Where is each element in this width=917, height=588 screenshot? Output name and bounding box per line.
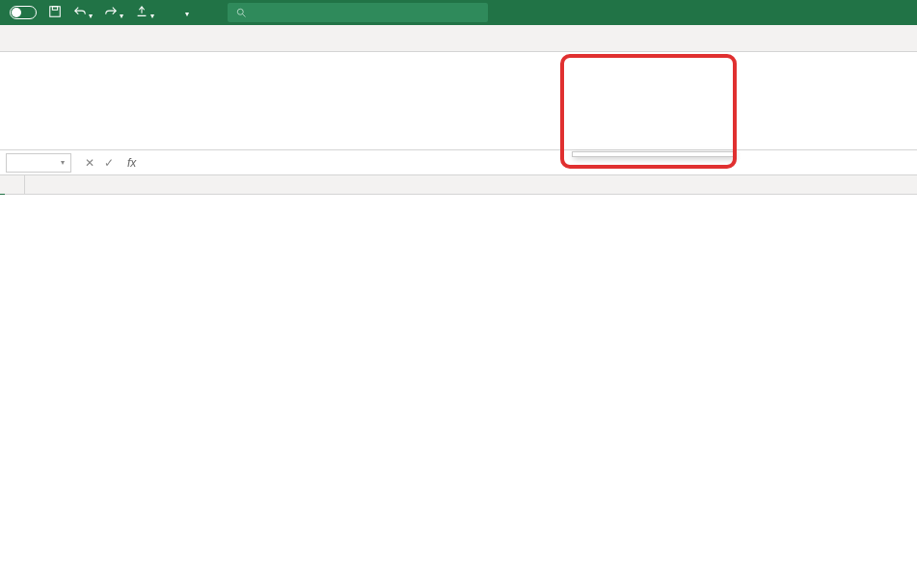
search-icon [235,7,247,18]
toggle-switch[interactable] [10,6,37,19]
fx-icon[interactable]: fx [127,156,136,170]
undo-icon[interactable]: ▾ [73,5,93,20]
ribbon-tabs [0,25,917,52]
column-headers [25,175,917,195]
save-icon[interactable] [48,5,62,20]
touch-mode-icon[interactable]: ▾ [135,5,154,20]
spreadsheet-grid[interactable] [0,175,917,195]
name-box[interactable]: ▾ [6,153,71,173]
memo-dropdown [572,151,734,157]
document-title: ▾ [183,7,189,18]
svg-point-2 [237,9,243,14]
svg-rect-0 [50,7,61,17]
formula-buttons: ✕ ✓ [85,156,114,170]
formula-bar: ▾ ✕ ✓ fx [0,150,917,175]
quick-access-toolbar: ▾ ▾ ▾ [48,5,154,20]
autosave-toggle[interactable] [6,6,37,19]
enter-icon[interactable]: ✓ [104,156,114,170]
svg-rect-1 [52,7,57,11]
redo-icon[interactable]: ▾ [104,5,123,20]
title-bar: ▾ ▾ ▾ ▾ [0,0,917,25]
search-box[interactable] [228,3,488,22]
ribbon [0,52,917,150]
select-all-corner[interactable] [0,175,25,195]
cancel-icon[interactable]: ✕ [85,156,94,170]
